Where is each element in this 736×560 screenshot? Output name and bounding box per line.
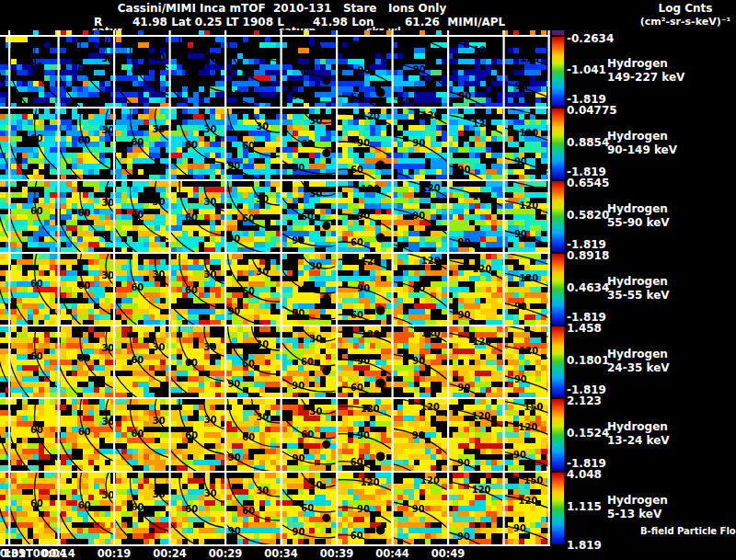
colorbar-mid-value: 1.115 [567,500,602,513]
row-divider [0,35,550,37]
colorbar [552,109,564,179]
row-species-label: Hydrogen [607,130,668,143]
row-species-label: Hydrogen [607,348,668,360]
row-energy-label: 35-55 keV [607,289,670,302]
legend-units: (cm²-sr-s-keV)⁻¹ [638,16,733,28]
colorbar [552,181,564,252]
colorbar-mid-value: 0.1801 [567,354,609,367]
colorbar-mid-value: 0.1524 [567,427,609,440]
colorbar-bottom-value: 1.819 [567,539,602,552]
row-energy-label: 149-227 keV [607,71,684,84]
colorbar [552,37,564,107]
row-energy-label: 5-13 keV [607,508,661,520]
row-species-label: Hydrogen [607,57,668,70]
colorbar-top-value: -0.2634 [567,32,614,45]
colorbar-mid-value: -1.041 [567,63,606,76]
colorbar-mid-value: 0.5820 [567,209,609,222]
row-divider [0,471,550,473]
row-energy-label: 90-149 keV [607,143,677,156]
spectrogram-row [0,254,550,325]
colorbar-top-value: 4.048 [567,468,602,481]
row-divider [0,544,550,546]
header-apl-label: 61.26 MIMI/APL [405,17,505,29]
spectrogram-row [0,181,550,252]
spectrogram-row [0,37,550,107]
spectrogram-row [0,473,550,544]
colorbar-top-value: 1.458 [567,322,602,335]
time-tick-label: 00:29 [209,547,243,560]
time-tick-label: 00:34 [264,547,298,560]
row-divider [0,252,550,254]
row-species-label: Hydrogen [607,420,668,433]
colorbar [552,254,564,325]
colorbar-top-value: 2.123 [567,394,602,407]
row-divider [0,179,550,181]
page-title: Cassini/MIMI Inca mTOF 2010-131 Stare Io… [0,3,564,15]
time-tick-label: 00:24 [153,547,187,560]
row-divider [0,107,550,109]
colorbar-top-value: 0.04775 [567,104,617,117]
row-species-label: Hydrogen [607,494,668,507]
row-species-label: Hydrogen [607,202,668,215]
mimi-inca-spectrogram-screen: Cassini/MIMI Inca mTOF 2010-131 Stare Io… [0,0,736,560]
row-energy-label: 55-90 keV [607,216,670,229]
header-lon-label: 41.98 Lon [313,17,374,29]
colorbar-sliver [552,30,564,35]
colorbar-top-value: 0.6545 [567,177,609,189]
colorbar [552,326,564,397]
time-tick-label: 00:09 [0,547,26,560]
time-tick-label: 00:49 [431,547,466,560]
row-divider [0,397,550,399]
row-divider [0,325,550,326]
spectrogram-row [0,109,550,179]
row-energy-label: 24-35 keV [607,361,670,374]
colorbar-mid-value: 0.8854 [567,136,609,149]
time-tick-label: 00:19 [98,547,132,560]
colorbar [552,399,564,471]
row-energy-label: 13-24 keV [607,434,670,447]
bfield-particle-flow-label: B-field Particle Flow [640,525,736,537]
time-tick-label: 00:44 [375,547,409,560]
spectrogram-row [0,399,550,471]
header-lat-label: 41.98 Lat 0.25 LT 1908 L [132,17,284,29]
colorbar [552,473,564,544]
row-species-label: Hydrogen [607,275,668,288]
time-tick-label: 00:14 [41,547,75,560]
spectrogram-row [0,326,550,397]
time-tick-label: 00:39 [320,547,354,560]
colorbar-top-value: 0.8918 [567,249,609,262]
colorbar-mid-value: 0.4634 [567,281,609,294]
legend-title: Log Cnts [638,3,733,15]
